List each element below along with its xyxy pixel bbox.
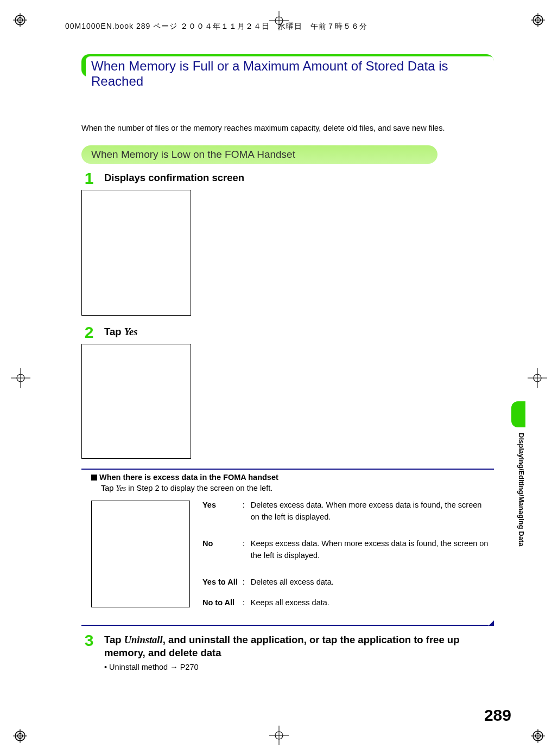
registration-mark-icon	[13, 13, 27, 27]
note-sub-post: in Step 2 to display the screen on the l…	[126, 484, 272, 492]
note-block: When there is excess data in the FOMA ha…	[81, 473, 494, 617]
definition-colon: :	[242, 575, 249, 595]
definition-label: No to All	[202, 596, 241, 616]
definition-text: Deletes all excess data.	[250, 575, 493, 595]
definition-text: Keeps excess data. When more excess data…	[250, 537, 493, 574]
note-heading-text: When there is excess data in the FOMA ha…	[99, 473, 278, 482]
step-number: 3	[81, 632, 97, 649]
definition-row: No to All : Keeps all excess data.	[202, 596, 493, 616]
definition-row: Yes to All : Deletes all excess data.	[202, 575, 493, 595]
intro-text: When the number of files or the memory r…	[81, 123, 494, 134]
crop-mark-icon	[268, 725, 290, 746]
registration-mark-icon	[531, 729, 545, 743]
step-title: Tap Uninstall, and uninstall the applica…	[104, 633, 494, 659]
step-3: 3 Tap Uninstall, and uninstall the appli…	[81, 633, 494, 659]
definition-colon: :	[242, 596, 249, 616]
note-sub-pre: Tap	[101, 484, 116, 492]
crop-mark-icon	[527, 367, 548, 389]
note-row: Yes : Deletes excess data. When more exc…	[91, 497, 494, 617]
step-title: Tap Yes	[104, 325, 137, 338]
definition-label: Yes to All	[202, 575, 241, 595]
step-1: 1 Displays confirmation screen	[81, 171, 494, 187]
thumb-tab-label: Displaying/Editing/Managing Data	[511, 433, 525, 546]
step-title-italic: Uninstall	[124, 635, 163, 645]
step-title-text: Tap	[104, 326, 124, 337]
definition-list: Yes : Deletes excess data. When more exc…	[201, 497, 494, 617]
note-subtext: Tap Yes in Step 2 to display the screen …	[101, 484, 494, 493]
step-number: 2	[81, 324, 97, 341]
thumb-tab-marker	[511, 401, 525, 427]
crop-mark-icon	[10, 367, 31, 389]
step-title-italic: Yes	[124, 326, 138, 337]
page-number: 289	[484, 706, 511, 725]
registration-mark-icon	[531, 13, 545, 27]
page-title: When Memory is Full or a Maximum Amount …	[86, 56, 494, 92]
note-heading: When there is excess data in the FOMA ha…	[91, 473, 494, 482]
definition-text: Deletes excess data. When more excess da…	[250, 498, 493, 536]
step-title-pre: Tap	[104, 634, 124, 645]
content-area: When Memory is Full or a Maximum Amount …	[81, 54, 494, 671]
screenshot-placeholder	[81, 344, 191, 459]
square-bullet-icon	[91, 475, 97, 480]
thumb-tab: Displaying/Editing/Managing Data	[511, 401, 525, 635]
step-title: Displays confirmation screen	[104, 171, 244, 184]
note-divider-end	[81, 620, 494, 626]
step-2: 2 Tap Yes	[81, 325, 494, 341]
page-title-block: When Memory is Full or a Maximum Amount …	[81, 54, 494, 92]
section-subheading: When Memory is Low on the FOMA Handset	[81, 145, 437, 164]
screenshot-placeholder	[81, 190, 191, 316]
step-body: • Uninstall method → P270	[104, 663, 494, 671]
document-page: 00M1000EN.book 289 ページ ２００４年１１月２４日 水曜日 午…	[0, 0, 558, 756]
definition-row: Yes : Deletes excess data. When more exc…	[202, 498, 493, 536]
screenshot-placeholder	[91, 501, 190, 607]
note-end-mark-icon	[489, 620, 494, 626]
note-sub-italic: Yes	[116, 484, 126, 492]
definition-colon: :	[242, 537, 249, 574]
definition-colon: :	[242, 498, 249, 536]
definition-label: Yes	[202, 498, 241, 536]
definition-row: No : Keeps excess data. When more excess…	[202, 537, 493, 574]
definition-label: No	[202, 537, 241, 574]
step-number: 1	[81, 170, 97, 187]
print-header: 00M1000EN.book 289 ページ ２００４年１１月２４日 水曜日 午…	[65, 22, 367, 31]
registration-mark-icon	[13, 729, 27, 743]
note-divider-line	[81, 625, 489, 626]
definition-text: Keeps all excess data.	[250, 596, 493, 616]
note-divider	[81, 469, 494, 470]
